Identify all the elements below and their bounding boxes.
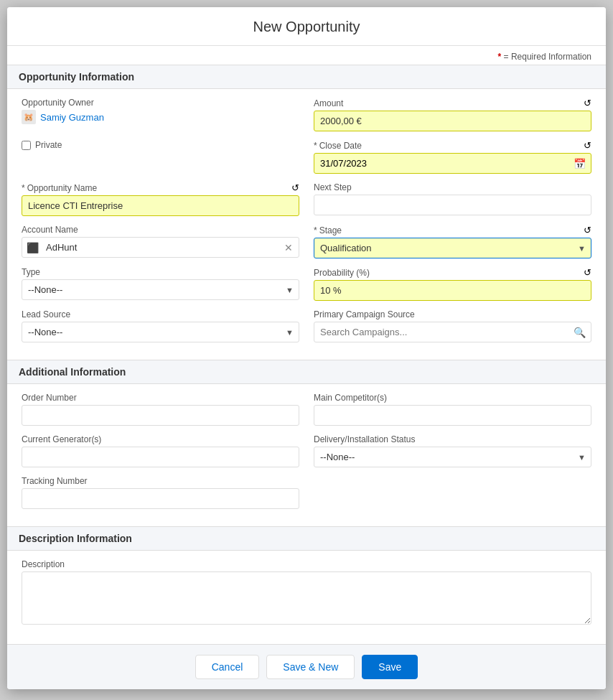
probability-reset-icon[interactable]: ↺ bbox=[584, 267, 591, 278]
modal-header: New Opportunity bbox=[7, 7, 606, 46]
account-input-wrapper: ⬛ ✕ bbox=[22, 237, 299, 258]
cancel-button[interactable]: Cancel bbox=[195, 655, 260, 679]
stage-required-star: * bbox=[314, 225, 317, 235]
opp-name-label-row: * Opportunity Name ↺ bbox=[22, 182, 299, 193]
required-note: * = Required Information bbox=[7, 46, 606, 65]
section-description-info: Description Information bbox=[7, 526, 606, 551]
private-checkbox[interactable] bbox=[22, 141, 31, 150]
col-current-generator: Current Generator(s) bbox=[22, 434, 299, 467]
tracking-number-input[interactable] bbox=[22, 488, 299, 509]
close-date-input[interactable] bbox=[314, 153, 591, 174]
col-probability: Probability (%) ↺ bbox=[314, 267, 591, 301]
section-opportunity-info: Opportunity Information bbox=[7, 65, 606, 89]
col-opp-name: * Opportunity Name ↺ bbox=[22, 182, 299, 216]
col-main-competitors: Main Competitor(s) bbox=[314, 393, 591, 426]
required-asterisk: * bbox=[498, 52, 502, 62]
private-label[interactable]: Private bbox=[22, 140, 299, 150]
save-button[interactable]: Save bbox=[362, 655, 418, 679]
close-date-required-star: * bbox=[314, 141, 317, 151]
calendar-icon[interactable]: 📅 bbox=[574, 158, 586, 169]
col-delivery-status: Delivery/Installation Status --None-- In… bbox=[314, 434, 591, 467]
col-description: Description bbox=[22, 559, 591, 627]
main-competitors-label: Main Competitor(s) bbox=[314, 393, 591, 403]
modal-footer: Cancel Save & New Save bbox=[7, 644, 606, 689]
description-label: Description bbox=[22, 559, 591, 569]
amount-reset-icon[interactable]: ↺ bbox=[584, 98, 591, 108]
col-owner: Opportunity Owner 🐹 Samiy Guzman bbox=[22, 98, 299, 131]
row-oppname-nextstep: * Opportunity Name ↺ Next Step bbox=[22, 182, 591, 216]
row-private-closedate: Private * Close Date ↺ 📅 bbox=[22, 140, 591, 174]
col-lead-source: Lead Source --None-- Web Phone Inquiry ▼ bbox=[22, 309, 299, 342]
row-leadsource-campaign: Lead Source --None-- Web Phone Inquiry ▼… bbox=[22, 309, 591, 342]
lead-source-select[interactable]: --None-- Web Phone Inquiry bbox=[22, 322, 299, 342]
order-number-label: Order Number bbox=[22, 393, 299, 403]
opportunity-info-body: Opportunity Owner 🐹 Samiy Guzman Amount … bbox=[7, 89, 606, 360]
section-additional-info: Additional Information bbox=[7, 360, 606, 384]
col-campaign: Primary Campaign Source 🔍 bbox=[314, 309, 591, 342]
col-order-number: Order Number bbox=[22, 393, 299, 426]
lead-source-select-wrapper: --None-- Web Phone Inquiry ▼ bbox=[22, 322, 299, 342]
campaign-search-wrapper: 🔍 bbox=[314, 322, 591, 342]
modal-title: New Opportunity bbox=[22, 19, 591, 35]
owner-label: Opportunity Owner bbox=[22, 98, 299, 108]
opp-name-required-star: * bbox=[22, 183, 25, 193]
lead-source-label: Lead Source bbox=[22, 309, 299, 319]
probability-input[interactable] bbox=[314, 280, 591, 301]
col-stage: * Stage ↺ Qualification Prospecting Need… bbox=[314, 225, 591, 258]
account-icon: ⬛ bbox=[22, 242, 43, 253]
col-close-date: * Close Date ↺ 📅 bbox=[314, 140, 591, 174]
main-competitors-input[interactable] bbox=[314, 405, 591, 426]
type-label: Type bbox=[22, 267, 299, 277]
close-date-wrapper: 📅 bbox=[314, 153, 591, 174]
row-generator-delivery: Current Generator(s) Delivery/Installati… bbox=[22, 434, 591, 467]
amount-label-row: Amount ↺ bbox=[314, 98, 591, 108]
col-type: Type --None-- Existing Customer - Upgrad… bbox=[22, 267, 299, 301]
type-select[interactable]: --None-- Existing Customer - Upgrade New… bbox=[22, 279, 299, 300]
delivery-status-select-wrapper: --None-- In progress Yet to begin Comple… bbox=[314, 447, 591, 467]
account-clear-icon[interactable]: ✕ bbox=[279, 242, 299, 253]
col-empty bbox=[314, 476, 591, 509]
row-description: Description bbox=[22, 559, 591, 627]
campaign-label: Primary Campaign Source bbox=[314, 309, 591, 319]
delivery-status-select[interactable]: --None-- In progress Yet to begin Comple… bbox=[314, 447, 591, 467]
account-name-input[interactable] bbox=[43, 238, 279, 257]
description-textarea[interactable] bbox=[22, 571, 591, 625]
new-opportunity-modal: New Opportunity * = Required Information… bbox=[7, 7, 606, 689]
amount-input[interactable] bbox=[314, 111, 591, 131]
col-next-step: Next Step bbox=[314, 182, 591, 216]
current-generator-label: Current Generator(s) bbox=[22, 434, 299, 444]
stage-select[interactable]: Qualification Prospecting Needs Analysis… bbox=[314, 238, 591, 258]
next-step-input[interactable] bbox=[314, 195, 591, 215]
col-account-name: Account Name ⬛ ✕ bbox=[22, 225, 299, 258]
row-order-competitors: Order Number Main Competitor(s) bbox=[22, 393, 591, 426]
col-private: Private bbox=[22, 140, 299, 174]
account-name-label: Account Name bbox=[22, 225, 299, 235]
close-date-label-row: * Close Date ↺ bbox=[314, 140, 591, 151]
save-new-button[interactable]: Save & New bbox=[266, 655, 355, 679]
owner-avatar: 🐹 bbox=[22, 110, 36, 124]
probability-label-row: Probability (%) ↺ bbox=[314, 267, 591, 278]
row-owner-amount: Opportunity Owner 🐹 Samiy Guzman Amount … bbox=[22, 98, 591, 131]
description-info-body: Description bbox=[7, 551, 606, 644]
delivery-status-label: Delivery/Installation Status bbox=[314, 434, 591, 444]
stage-select-wrapper: Qualification Prospecting Needs Analysis… bbox=[314, 238, 591, 258]
owner-row[interactable]: 🐹 Samiy Guzman bbox=[22, 110, 299, 124]
row-account-stage: Account Name ⬛ ✕ * Stage ↺ bbox=[22, 225, 591, 258]
order-number-input[interactable] bbox=[22, 405, 299, 426]
type-select-wrapper: --None-- Existing Customer - Upgrade New… bbox=[22, 279, 299, 300]
stage-reset-icon[interactable]: ↺ bbox=[584, 225, 591, 235]
owner-name: Samiy Guzman bbox=[40, 112, 104, 123]
next-step-label: Next Step bbox=[314, 182, 591, 192]
campaign-search-input[interactable] bbox=[314, 322, 591, 342]
stage-label-row: * Stage ↺ bbox=[314, 225, 591, 235]
additional-info-body: Order Number Main Competitor(s) Current … bbox=[7, 384, 606, 526]
opp-name-reset-icon[interactable]: ↺ bbox=[291, 182, 299, 193]
row-tracking: Tracking Number bbox=[22, 476, 591, 509]
col-amount: Amount ↺ bbox=[314, 98, 591, 131]
tracking-number-label: Tracking Number bbox=[22, 476, 299, 486]
current-generator-input[interactable] bbox=[22, 447, 299, 467]
opportunity-name-input[interactable] bbox=[22, 195, 299, 216]
close-date-reset-icon[interactable]: ↺ bbox=[584, 140, 591, 151]
required-note-text: = Required Information bbox=[504, 52, 591, 62]
col-tracking-number: Tracking Number bbox=[22, 476, 299, 509]
